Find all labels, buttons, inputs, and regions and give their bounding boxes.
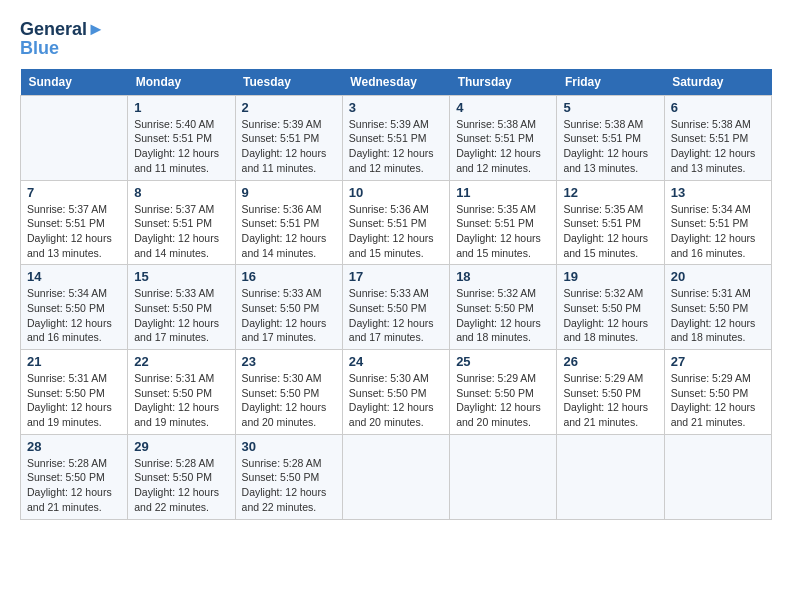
day-number: 13	[671, 185, 765, 200]
day-info: Sunrise: 5:36 AM Sunset: 5:51 PM Dayligh…	[242, 202, 336, 261]
day-info: Sunrise: 5:31 AM Sunset: 5:50 PM Dayligh…	[27, 371, 121, 430]
calendar-cell: 24Sunrise: 5:30 AM Sunset: 5:50 PM Dayli…	[342, 350, 449, 435]
day-info: Sunrise: 5:38 AM Sunset: 5:51 PM Dayligh…	[563, 117, 657, 176]
day-info: Sunrise: 5:39 AM Sunset: 5:51 PM Dayligh…	[242, 117, 336, 176]
calendar-cell: 20Sunrise: 5:31 AM Sunset: 5:50 PM Dayli…	[664, 265, 771, 350]
calendar-cell: 29Sunrise: 5:28 AM Sunset: 5:50 PM Dayli…	[128, 434, 235, 519]
day-number: 14	[27, 269, 121, 284]
calendar-header-wednesday: Wednesday	[342, 69, 449, 96]
calendar-cell: 25Sunrise: 5:29 AM Sunset: 5:50 PM Dayli…	[450, 350, 557, 435]
calendar-header-tuesday: Tuesday	[235, 69, 342, 96]
calendar-cell: 18Sunrise: 5:32 AM Sunset: 5:50 PM Dayli…	[450, 265, 557, 350]
calendar-cell: 10Sunrise: 5:36 AM Sunset: 5:51 PM Dayli…	[342, 180, 449, 265]
day-info: Sunrise: 5:40 AM Sunset: 5:51 PM Dayligh…	[134, 117, 228, 176]
calendar-cell: 21Sunrise: 5:31 AM Sunset: 5:50 PM Dayli…	[21, 350, 128, 435]
day-info: Sunrise: 5:35 AM Sunset: 5:51 PM Dayligh…	[563, 202, 657, 261]
day-number: 2	[242, 100, 336, 115]
day-info: Sunrise: 5:34 AM Sunset: 5:51 PM Dayligh…	[671, 202, 765, 261]
calendar-cell: 16Sunrise: 5:33 AM Sunset: 5:50 PM Dayli…	[235, 265, 342, 350]
day-info: Sunrise: 5:28 AM Sunset: 5:50 PM Dayligh…	[242, 456, 336, 515]
day-number: 9	[242, 185, 336, 200]
day-number: 21	[27, 354, 121, 369]
day-number: 25	[456, 354, 550, 369]
day-number: 26	[563, 354, 657, 369]
day-info: Sunrise: 5:38 AM Sunset: 5:51 PM Dayligh…	[456, 117, 550, 176]
calendar-cell	[557, 434, 664, 519]
day-info: Sunrise: 5:28 AM Sunset: 5:50 PM Dayligh…	[134, 456, 228, 515]
day-info: Sunrise: 5:31 AM Sunset: 5:50 PM Dayligh…	[134, 371, 228, 430]
day-number: 4	[456, 100, 550, 115]
calendar-cell: 12Sunrise: 5:35 AM Sunset: 5:51 PM Dayli…	[557, 180, 664, 265]
day-number: 16	[242, 269, 336, 284]
day-info: Sunrise: 5:38 AM Sunset: 5:51 PM Dayligh…	[671, 117, 765, 176]
day-number: 1	[134, 100, 228, 115]
calendar-cell: 3Sunrise: 5:39 AM Sunset: 5:51 PM Daylig…	[342, 95, 449, 180]
calendar-cell: 6Sunrise: 5:38 AM Sunset: 5:51 PM Daylig…	[664, 95, 771, 180]
logo-blue: Blue	[20, 38, 105, 59]
calendar-cell: 15Sunrise: 5:33 AM Sunset: 5:50 PM Dayli…	[128, 265, 235, 350]
calendar-body: 1Sunrise: 5:40 AM Sunset: 5:51 PM Daylig…	[21, 95, 772, 519]
day-number: 29	[134, 439, 228, 454]
day-info: Sunrise: 5:39 AM Sunset: 5:51 PM Dayligh…	[349, 117, 443, 176]
calendar-cell: 23Sunrise: 5:30 AM Sunset: 5:50 PM Dayli…	[235, 350, 342, 435]
calendar-header-monday: Monday	[128, 69, 235, 96]
day-info: Sunrise: 5:33 AM Sunset: 5:50 PM Dayligh…	[349, 286, 443, 345]
calendar-table: SundayMondayTuesdayWednesdayThursdayFrid…	[20, 69, 772, 520]
calendar-cell: 26Sunrise: 5:29 AM Sunset: 5:50 PM Dayli…	[557, 350, 664, 435]
day-info: Sunrise: 5:35 AM Sunset: 5:51 PM Dayligh…	[456, 202, 550, 261]
calendar-cell: 11Sunrise: 5:35 AM Sunset: 5:51 PM Dayli…	[450, 180, 557, 265]
calendar-cell	[342, 434, 449, 519]
calendar-cell: 28Sunrise: 5:28 AM Sunset: 5:50 PM Dayli…	[21, 434, 128, 519]
calendar-cell: 2Sunrise: 5:39 AM Sunset: 5:51 PM Daylig…	[235, 95, 342, 180]
day-number: 28	[27, 439, 121, 454]
day-info: Sunrise: 5:30 AM Sunset: 5:50 PM Dayligh…	[242, 371, 336, 430]
day-info: Sunrise: 5:29 AM Sunset: 5:50 PM Dayligh…	[563, 371, 657, 430]
calendar-header-saturday: Saturday	[664, 69, 771, 96]
logo-text: General►	[20, 20, 105, 40]
day-info: Sunrise: 5:34 AM Sunset: 5:50 PM Dayligh…	[27, 286, 121, 345]
day-number: 7	[27, 185, 121, 200]
day-info: Sunrise: 5:36 AM Sunset: 5:51 PM Dayligh…	[349, 202, 443, 261]
day-number: 6	[671, 100, 765, 115]
day-number: 15	[134, 269, 228, 284]
calendar-cell: 7Sunrise: 5:37 AM Sunset: 5:51 PM Daylig…	[21, 180, 128, 265]
day-info: Sunrise: 5:32 AM Sunset: 5:50 PM Dayligh…	[563, 286, 657, 345]
calendar-week-row: 7Sunrise: 5:37 AM Sunset: 5:51 PM Daylig…	[21, 180, 772, 265]
calendar-header-thursday: Thursday	[450, 69, 557, 96]
day-number: 19	[563, 269, 657, 284]
calendar-week-row: 28Sunrise: 5:28 AM Sunset: 5:50 PM Dayli…	[21, 434, 772, 519]
calendar-cell: 13Sunrise: 5:34 AM Sunset: 5:51 PM Dayli…	[664, 180, 771, 265]
calendar-cell: 19Sunrise: 5:32 AM Sunset: 5:50 PM Dayli…	[557, 265, 664, 350]
day-info: Sunrise: 5:33 AM Sunset: 5:50 PM Dayligh…	[242, 286, 336, 345]
day-info: Sunrise: 5:29 AM Sunset: 5:50 PM Dayligh…	[456, 371, 550, 430]
day-number: 20	[671, 269, 765, 284]
day-number: 11	[456, 185, 550, 200]
calendar-cell: 5Sunrise: 5:38 AM Sunset: 5:51 PM Daylig…	[557, 95, 664, 180]
day-info: Sunrise: 5:37 AM Sunset: 5:51 PM Dayligh…	[27, 202, 121, 261]
day-info: Sunrise: 5:31 AM Sunset: 5:50 PM Dayligh…	[671, 286, 765, 345]
calendar-cell	[664, 434, 771, 519]
day-info: Sunrise: 5:32 AM Sunset: 5:50 PM Dayligh…	[456, 286, 550, 345]
day-number: 17	[349, 269, 443, 284]
day-number: 12	[563, 185, 657, 200]
day-info: Sunrise: 5:30 AM Sunset: 5:50 PM Dayligh…	[349, 371, 443, 430]
calendar-cell: 27Sunrise: 5:29 AM Sunset: 5:50 PM Dayli…	[664, 350, 771, 435]
calendar-cell: 4Sunrise: 5:38 AM Sunset: 5:51 PM Daylig…	[450, 95, 557, 180]
calendar-cell: 17Sunrise: 5:33 AM Sunset: 5:50 PM Dayli…	[342, 265, 449, 350]
calendar-cell: 1Sunrise: 5:40 AM Sunset: 5:51 PM Daylig…	[128, 95, 235, 180]
calendar-week-row: 21Sunrise: 5:31 AM Sunset: 5:50 PM Dayli…	[21, 350, 772, 435]
calendar-cell: 22Sunrise: 5:31 AM Sunset: 5:50 PM Dayli…	[128, 350, 235, 435]
day-number: 22	[134, 354, 228, 369]
calendar-cell	[21, 95, 128, 180]
calendar-header-row: SundayMondayTuesdayWednesdayThursdayFrid…	[21, 69, 772, 96]
calendar-cell: 30Sunrise: 5:28 AM Sunset: 5:50 PM Dayli…	[235, 434, 342, 519]
day-number: 23	[242, 354, 336, 369]
day-info: Sunrise: 5:37 AM Sunset: 5:51 PM Dayligh…	[134, 202, 228, 261]
calendar-cell: 9Sunrise: 5:36 AM Sunset: 5:51 PM Daylig…	[235, 180, 342, 265]
calendar-cell: 14Sunrise: 5:34 AM Sunset: 5:50 PM Dayli…	[21, 265, 128, 350]
day-info: Sunrise: 5:28 AM Sunset: 5:50 PM Dayligh…	[27, 456, 121, 515]
day-number: 8	[134, 185, 228, 200]
day-number: 27	[671, 354, 765, 369]
calendar-week-row: 14Sunrise: 5:34 AM Sunset: 5:50 PM Dayli…	[21, 265, 772, 350]
day-number: 18	[456, 269, 550, 284]
